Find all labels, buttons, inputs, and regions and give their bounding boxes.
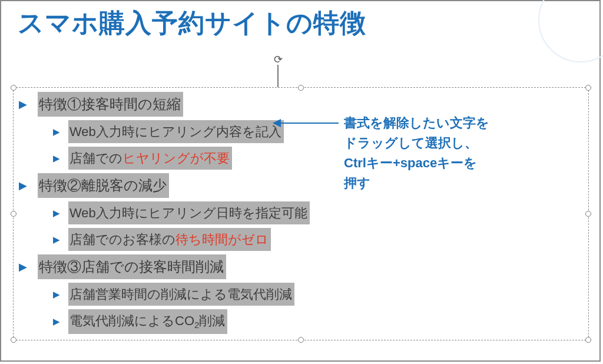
annotation-line: Ctrlキー+spaceキーを <box>344 155 477 170</box>
bullet-icon: ▶ <box>53 290 60 299</box>
bullet-icon: ▶ <box>53 127 60 136</box>
resize-handle-tr[interactable] <box>585 85 591 91</box>
bullet-icon: ▶ <box>19 262 27 272</box>
bullet-icon: ▶ <box>19 99 27 110</box>
resize-handle-ml[interactable] <box>11 211 16 217</box>
list-item: ▶ 店舗営業時間の削減による電気代削減 <box>53 283 325 306</box>
resize-handle-bm[interactable] <box>298 337 304 343</box>
resize-handle-tm[interactable] <box>298 85 304 91</box>
list-item: ▶ 店舗でのお客様の待ち時間がゼロ <box>53 228 325 251</box>
list-text: Web入力時にヒアリング内容を記入 <box>68 120 284 143</box>
list-item: ▶ 店舗でのヒヤリングが不要 <box>53 147 325 170</box>
annotation-text: 書式を解除したい文字を ドラッグして選択し、 Ctrlキー+spaceキーを 押… <box>344 113 579 193</box>
list-item: ▶ 特徴③店舗での接客時間削減 <box>19 254 325 279</box>
annotation-line: ドラッグして選択し、 <box>344 135 478 150</box>
annotation-line: 書式を解除したい文字を <box>344 115 489 130</box>
list-text: 店舗でのお客様の待ち時間がゼロ <box>68 228 271 251</box>
list-text: Web入力時にヒアリング日時を指定可能 <box>68 201 310 224</box>
text-fragment: 電気代削減によるCO <box>69 313 194 328</box>
list-item: ▶ 特徴②離脱客の減少 <box>19 173 325 198</box>
bullet-icon: ▶ <box>53 317 60 326</box>
list-item: ▶ Web入力時にヒアリング日時を指定可能 <box>53 201 325 224</box>
rotate-handle-stem <box>277 65 279 87</box>
text-fragment: 削減 <box>199 313 225 328</box>
annotation-arrow-icon <box>274 123 339 124</box>
text-fragment: 店舗でのお客様の <box>69 232 175 247</box>
list-text: 特徴②離脱客の減少 <box>38 173 169 198</box>
resize-handle-tl[interactable] <box>11 85 16 91</box>
list-item: ▶ 特徴①接客時間の短縮 <box>19 92 325 117</box>
bullet-icon: ▶ <box>19 180 27 191</box>
list-text: 店舗でのヒヤリングが不要 <box>68 147 232 170</box>
list-text: 電気代削減によるCO2削減 <box>68 309 227 334</box>
list-item: ▶ 電気代削減によるCO2削減 <box>53 309 325 334</box>
bullet-icon: ▶ <box>53 154 60 163</box>
annotation-line: 押す <box>344 176 370 190</box>
slide-title: スマホ購入予約サイトの特徴 <box>18 6 366 41</box>
text-fragment-red: ヒヤリングが不要 <box>122 151 230 166</box>
resize-handle-bl[interactable] <box>11 337 16 343</box>
list-text: 特徴③店舗での接客時間削減 <box>38 254 226 279</box>
text-fragment: 店舗での <box>69 151 122 166</box>
list-text: 店舗営業時間の削減による電気代削減 <box>68 283 294 306</box>
corner-decoration <box>538 0 603 62</box>
bulleted-list[interactable]: ▶ 特徴①接客時間の短縮 ▶ Web入力時にヒアリング内容を記入 ▶ 店舗でのヒ… <box>19 92 325 337</box>
bullet-icon: ▶ <box>53 209 60 217</box>
resize-handle-br[interactable] <box>585 337 591 343</box>
slide: スマホ購入予約サイトの特徴 ⟳ ▶ 特徴①接客時間の短縮 ▶ Web入力時にヒア… <box>0 0 601 362</box>
list-text: 特徴①接客時間の短縮 <box>38 92 183 117</box>
rotate-handle-icon[interactable]: ⟳ <box>271 53 284 66</box>
text-fragment-red: 待ち時間がゼロ <box>175 232 269 247</box>
bullet-icon: ▶ <box>53 235 60 244</box>
resize-handle-mr[interactable] <box>585 211 591 217</box>
